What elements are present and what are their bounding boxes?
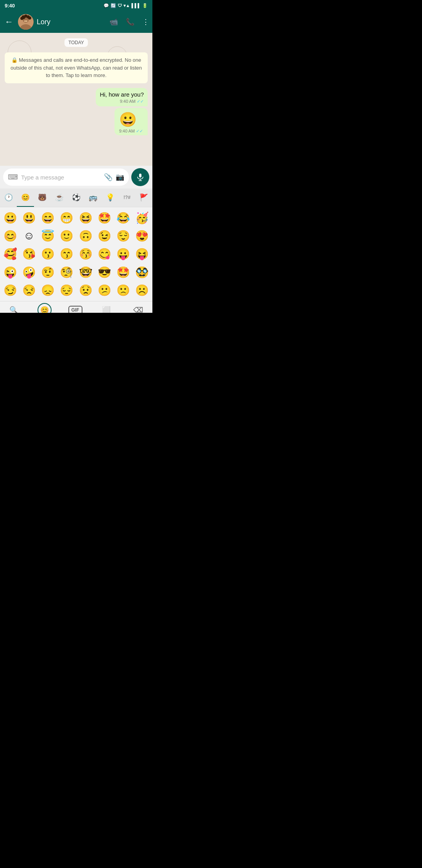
emoji-heart-eyes[interactable]: 😍 (133, 227, 152, 245)
message-emoji: 😀 (119, 111, 143, 128)
emoji-nerd-monocle[interactable]: 🧐 (57, 263, 76, 281)
emoji-relaxed[interactable]: ☺️ (20, 227, 38, 245)
emoji-halo[interactable]: 😇 (39, 227, 57, 245)
sticker-icon[interactable]: ⬜ (99, 304, 114, 313)
emoji-nerd[interactable]: 🤓 (76, 263, 95, 281)
chat-area: TODAY 🔒 Messages and calls are end-to-en… (0, 33, 152, 166)
status-time: 9:40 (5, 3, 15, 9)
message-input[interactable]: Type a message (21, 174, 101, 181)
microphone-button[interactable] (131, 168, 149, 186)
emoji-star-struck[interactable]: 🤩 (114, 263, 133, 281)
emoji-zany[interactable]: 🤪 (20, 263, 38, 281)
emoji-relieved[interactable]: 😌 (114, 227, 133, 245)
input-bar: ⌨ Type a message 📎 📷 (0, 166, 152, 188)
category-activities[interactable]: ⚽ (68, 188, 84, 207)
more-options-icon[interactable]: ⋮ (142, 18, 149, 26)
emoji-smile[interactable]: 😄 (39, 209, 57, 227)
emoji-squinting[interactable]: 😆 (76, 209, 95, 227)
emoji-slightly-smiling[interactable]: 🙂 (57, 227, 76, 245)
chat-header: ← Lory 📹 📞 ⋮ (0, 11, 152, 33)
message-sent-1: Hi, how are you? 9:40 AM ✓✓ (96, 88, 148, 106)
message-input-container[interactable]: ⌨ Type a message 📎 📷 (3, 169, 129, 186)
keyboard-toggle-icon[interactable]: ⌨ (8, 173, 18, 181)
emoji-keyboard: 🕐 😊 🐻 ☕ ⚽ 🚌 💡 !?# 🚩 😀 😃 😄 😁 😆 🤩 😂 🥳 😊 ☺️… (0, 188, 152, 313)
message-text-1: Hi, how are you? (100, 91, 144, 98)
svg-point-8 (24, 20, 26, 22)
backspace-icon[interactable]: ⌫ (130, 304, 146, 313)
battery-icon: 🔋 (142, 3, 148, 8)
date-badge: TODAY (64, 38, 88, 47)
svg-point-9 (26, 20, 27, 22)
emoji-winking[interactable]: 😉 (95, 227, 114, 245)
avatar[interactable] (18, 14, 34, 30)
camera-icon[interactable]: 📷 (116, 173, 124, 181)
message-ticks-2: ✓✓ (136, 129, 143, 134)
wifi-icon: ▾▲ (123, 3, 130, 8)
voice-call-icon[interactable]: 📞 (126, 18, 134, 26)
category-objects[interactable]: 💡 (102, 188, 118, 207)
emoji-frowning[interactable]: ☹️ (133, 282, 152, 299)
emoji-sweat[interactable]: 🤩 (95, 209, 114, 227)
emoji-upside-down[interactable]: 🙃 (76, 227, 95, 245)
svg-point-5 (24, 14, 27, 18)
emoji-categories: 🕐 😊 🐻 ☕ ⚽ 🚌 💡 !?# 🚩 (0, 188, 152, 207)
emoji-slightly-frowning[interactable]: 🙁 (114, 282, 133, 299)
svg-rect-10 (139, 174, 141, 178)
encryption-notice[interactable]: 🔒 Messages and calls are end-to-end encr… (5, 52, 148, 83)
emoji-smiley[interactable]: 😃 (20, 209, 38, 227)
emoji-monocle[interactable]: 🤨 (39, 263, 57, 281)
emoji-confused[interactable]: 😕 (95, 282, 114, 299)
emoji-kissing[interactable]: 😗 (39, 245, 57, 263)
emoji-kissing-heart[interactable]: 😘 (20, 245, 38, 263)
message-time-1: 9:40 AM (120, 99, 136, 104)
category-recent[interactable]: 🕐 (0, 188, 17, 207)
emoji-kissing-closed[interactable]: 😚 (76, 245, 95, 263)
emoji-pensive[interactable]: 😔 (57, 282, 76, 299)
message-meta-1: 9:40 AM ✓✓ (100, 99, 144, 104)
emoji-smirking[interactable]: 😏 (1, 282, 20, 299)
category-flags[interactable]: 🚩 (136, 188, 152, 207)
emoji-yum[interactable]: 😋 (95, 245, 114, 263)
sync-icon: 🔄 (111, 3, 116, 8)
emoji-smiling-hearts[interactable]: 🥰 (1, 245, 20, 263)
message-time-2: 9:40 AM (119, 129, 135, 134)
emoji-partying[interactable]: 🥳 (133, 209, 152, 227)
svg-point-6 (20, 17, 23, 20)
emoji-picker-button[interactable]: 😊 (38, 303, 52, 313)
svg-point-7 (28, 16, 31, 20)
header-actions: 📹 📞 ⋮ (109, 18, 149, 26)
emoji-beaming[interactable]: 😁 (57, 209, 76, 227)
video-call-icon[interactable]: 📹 (109, 18, 118, 26)
emoji-kissing-smiling[interactable]: 😙 (57, 245, 76, 263)
emoji-search-icon[interactable]: 🔍 (6, 304, 21, 313)
message-meta-2: 9:40 AM ✓✓ (119, 129, 143, 134)
message-ticks-1: ✓✓ (137, 99, 144, 104)
avatar-image (18, 14, 34, 30)
back-button[interactable]: ← (3, 15, 15, 29)
keyboard-bottom: 🔍 😊 GIF ⬜ ⌫ (0, 301, 152, 313)
emoji-stuck-out[interactable]: 😛 (114, 245, 133, 263)
category-smileys[interactable]: 😊 (17, 188, 34, 207)
emoji-sunglasses[interactable]: 😎 (95, 263, 114, 281)
status-bar: 9:40 💬 🔄 🛡 ▾▲ ▌▌▌ 🔋 (0, 0, 152, 11)
emoji-rofl[interactable]: 😂 (114, 209, 133, 227)
emoji-winking-tongue[interactable]: 😜 (1, 263, 20, 281)
category-animals[interactable]: 🐻 (34, 188, 51, 207)
emoji-unamused[interactable]: 😒 (20, 282, 38, 299)
contact-name[interactable]: Lory (37, 18, 106, 26)
emoji-smiling[interactable]: 😊 (1, 227, 20, 245)
emoji-disguised[interactable]: 🥸 (133, 263, 152, 281)
emoji-worried[interactable]: 😟 (76, 282, 95, 299)
emoji-grid: 😀 😃 😄 😁 😆 🤩 😂 🥳 😊 ☺️ 😇 🙂 🙃 😉 😌 😍 🥰 😘 😗 😙… (0, 207, 152, 301)
category-travel[interactable]: 🚌 (85, 188, 102, 207)
attach-icon[interactable]: 📎 (104, 173, 113, 181)
message-sent-2: 😀 9:40 AM ✓✓ (114, 108, 148, 135)
emoji-squinting-tongue[interactable]: 😝 (133, 245, 152, 263)
emoji-grinning[interactable]: 😀 (1, 209, 20, 227)
category-food[interactable]: ☕ (51, 188, 68, 207)
signal-icon: ▌▌▌ (132, 3, 141, 8)
emoji-disappointed[interactable]: 😞 (39, 282, 57, 299)
category-symbols[interactable]: !?# (118, 188, 135, 207)
message-icon: 💬 (104, 3, 109, 8)
gif-button[interactable]: GIF (68, 306, 82, 313)
